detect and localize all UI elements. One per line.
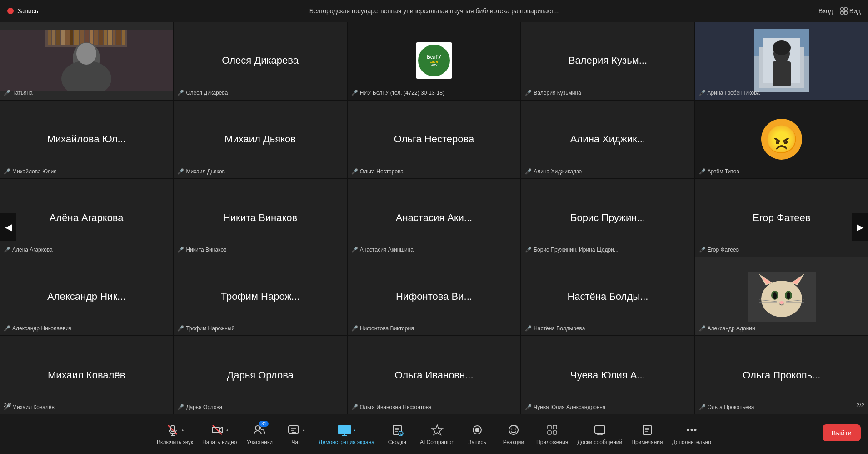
participant-displayname-trofim: Трофим Нарож... [217,291,304,303]
page-indicator-left: 2/2 [4,402,12,409]
participant-label-alexandr-a: 🎤 Александр Адонин [699,325,755,332]
participant-displayname-alena: Алёна Агаркова [46,212,127,224]
svg-rect-20 [113,30,115,46]
participant-label-boris: 🎤 Борис Пружинин, Ирина Щедри... [525,247,619,253]
svg-rect-31 [773,61,791,86]
mic-icon-nastena: 🎤 [525,325,532,332]
view-button[interactable]: Вид [840,7,861,15]
svg-rect-1 [844,8,847,10]
top-bar-left: Запись [7,7,38,15]
chat-icon-group: ▲ [286,423,305,437]
participant-label-olga-p: 🎤 Ольга Прокопьева [699,404,754,410]
participant-displayname-alexandr-nik: Александр Ник... [44,291,129,303]
participant-label-nifontova: 🎤 Нифонтова Виктория [351,325,414,332]
svg-text:AI: AI [399,432,403,436]
toolbar-item-apps[interactable]: Приложения [532,414,573,454]
video-icon-group: ▲ [210,423,229,437]
share-icon-group: ▲ [337,423,356,437]
exit-button[interactable]: Выйти [823,424,861,441]
svg-rect-9 [61,30,65,46]
participant-cell-chueva: Чуева Юлия А... 🎤 Чуева Юлия Александров… [521,336,694,414]
login-button[interactable]: Вход [818,7,833,15]
svg-rect-21 [116,30,121,46]
toolbar-item-more[interactable]: Дополнительно [668,414,716,454]
participant-label-belgu: 🎤 НИУ БелГУ (тел. (4722) 30-13-18) [351,90,444,96]
mic-icon-artem: 🎤 [699,168,706,175]
svg-point-34 [761,281,802,317]
svg-rect-0 [841,8,843,10]
participant-cell-olga-i: Ольга Ивановн... 🎤 Ольга Ивановна Нифонт… [348,336,520,414]
participant-displayname-alina: Алина Хиджик... [567,133,649,145]
participant-label-olga-i: 🎤 Ольга Ивановна Нифонтова [351,404,432,410]
more-icon [684,423,699,437]
toolbar-item-share[interactable]: ▲ Демонстрация экрана [314,414,379,454]
participant-cell-olga-p: Ольга Прокопь... 🎤 Ольга Прокопьева [695,336,868,414]
reactions-icon: + [506,423,521,437]
participant-label-alina: 🎤 Алина Хиджикадзе [525,168,582,175]
participant-displayname-egor: Егор Фатеев [749,212,814,224]
participant-cell-nastena: Настёна Болды... 🎤 Настёна Болдырева [521,257,694,335]
meeting-title: Белгородская государственная универсальн… [309,7,559,15]
participant-label-valeria: 🎤 Валерия Кузьмина [525,90,581,96]
svg-point-43 [779,301,784,304]
toolbar-item-summary[interactable]: AI Сводка [379,414,415,454]
mic-icon-darya: 🎤 [177,404,184,410]
toolbar-item-mute[interactable]: ▲ Включить звук [152,414,198,454]
participants-icon: 31 [252,423,267,437]
participant-cell-tatyana: 🎤 Татьяна [0,22,173,100]
mute-caret: ▲ [181,428,185,432]
toolbar-item-whiteboard[interactable]: Доски сообщений [573,414,627,454]
svg-rect-7 [52,30,55,46]
svg-rect-10 [65,30,70,46]
view-label: Вид [849,7,861,15]
svg-rect-80 [553,431,557,434]
svg-point-72 [475,428,479,432]
toolbar-item-chat[interactable]: ▲ Чат [278,414,314,454]
svg-rect-17 [99,30,103,46]
video-grid: 🎤 Татьяна Олеся Дикарева 🎤 Олеся Дикарев… [0,22,868,414]
nav-arrow-right[interactable]: ▶ [852,213,868,241]
toolbar-item-video[interactable]: ▲ Начать видео [198,414,241,454]
mic-icon-belgu: 🎤 [351,90,358,96]
participant-photo-tatyana [0,30,173,91]
participant-displayname-olesa: Олеся Дикарева [218,55,302,66]
participant-displayname-mikhail-d: Михаил Дьяков [221,133,299,145]
participant-cell-boris: Борис Пружин... 🎤 Борис Пружинин, Ирина … [521,179,694,257]
participant-label-trofim: 🎤 Трофим Нарожный [177,325,234,332]
svg-point-92 [694,429,696,431]
ai-icon [430,423,444,437]
mic-icon-egor: 🎤 [699,247,706,253]
mic-icon-valeria: 🎤 [525,90,532,96]
participant-cell-trofim: Трофим Нарож... 🎤 Трофим Нарожный [174,257,346,335]
svg-rect-81 [595,426,605,433]
participant-label-artem: 🎤 Артём Титов [699,168,739,175]
record-indicator [7,8,14,14]
toolbar-item-ai[interactable]: AI Companion [415,414,459,454]
mute-icon [165,423,180,437]
participant-cell-alina: Алина Хиджик... 🎤 Алина Хиджикадзе [521,101,694,178]
participant-label-tatyana: 🎤 Татьяна [4,90,33,96]
toolbar-item-participants[interactable]: 31 Участники [241,414,278,454]
svg-rect-18 [104,30,107,46]
apps-label: Приложения [536,439,568,445]
mic-icon-tatyana: 🎤 [4,90,10,96]
svg-rect-77 [548,425,551,429]
top-bar-right: Вход Вид [818,7,861,15]
top-bar: Запись Белгородская государственная унив… [0,0,868,22]
participant-displayname-nifontova: Нифонтова Ви... [392,291,476,303]
participant-label-olesa: 🎤 Олеся Дикарева [177,90,228,96]
nav-arrow-left[interactable]: ◀ [0,213,16,241]
participant-cell-mikhaylova: Михайлова Юл... 🎤 Михайлова Юлия [0,101,173,178]
chat-label: Чат [291,439,300,445]
notes-label: Примечания [631,439,663,445]
svg-point-90 [687,429,689,431]
toolbar-item-record[interactable]: Запись [459,414,495,454]
participant-label-alexandr-nik: 🎤 Александр Николаевич [4,325,71,332]
toolbar-item-reactions[interactable]: + Реакции [495,414,532,454]
participant-name-tatyana: Татьяна [12,90,33,96]
summary-icon: AI [390,423,404,437]
svg-rect-2 [841,11,843,14]
participant-cell-alexandr-nik: Александр Ник... 🎤 Александр Николаевич [0,257,173,335]
participant-cell-nifontova: Нифонтова Ви... 🎤 Нифонтова Виктория [348,257,520,335]
toolbar-item-notes[interactable]: Примечания [627,414,667,454]
